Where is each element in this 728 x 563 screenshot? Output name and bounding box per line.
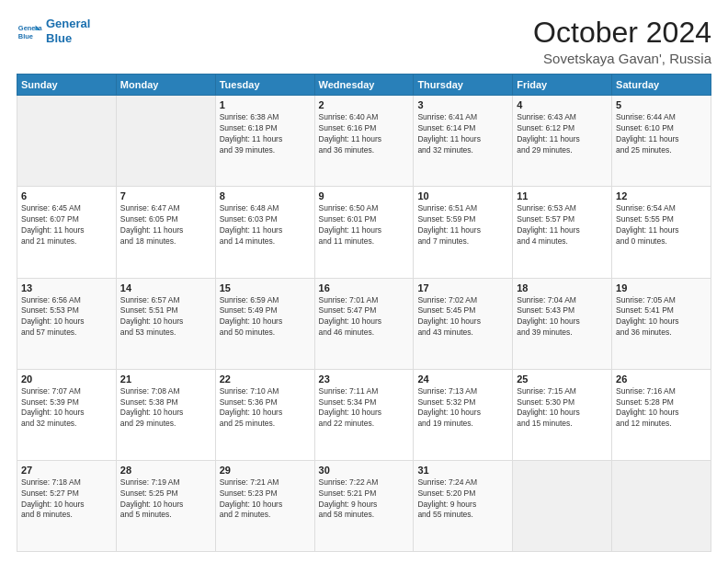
logo-icon: General Blue (17, 18, 42, 44)
day-info: Sunrise: 6:41 AM Sunset: 6:14 PM Dayligh… (417, 112, 508, 156)
table-row: 28Sunrise: 7:19 AM Sunset: 5:25 PM Dayli… (116, 460, 215, 551)
page: General Blue General Blue October 2024 S… (0, 0, 728, 563)
col-friday: Friday (513, 75, 612, 96)
day-info: Sunrise: 7:22 AM Sunset: 5:21 PM Dayligh… (319, 477, 410, 522)
table-row: 12Sunrise: 6:54 AM Sunset: 5:55 PM Dayli… (612, 187, 711, 278)
table-row (513, 460, 612, 551)
header: General Blue General Blue October 2024 S… (17, 17, 711, 66)
table-row: 24Sunrise: 7:13 AM Sunset: 5:32 PM Dayli… (414, 369, 513, 460)
col-monday: Monday (116, 75, 215, 96)
table-row (17, 96, 117, 187)
day-info: Sunrise: 7:21 AM Sunset: 5:23 PM Dayligh… (220, 477, 311, 522)
table-row: 17Sunrise: 7:02 AM Sunset: 5:45 PM Dayli… (414, 278, 513, 369)
day-number: 18 (517, 282, 608, 293)
day-number: 8 (220, 190, 311, 201)
table-row: 2Sunrise: 6:40 AM Sunset: 6:16 PM Daylig… (314, 96, 414, 187)
table-row: 26Sunrise: 7:16 AM Sunset: 5:28 PM Dayli… (612, 369, 711, 460)
svg-text:General: General (18, 24, 42, 32)
day-info: Sunrise: 7:02 AM Sunset: 5:45 PM Dayligh… (417, 295, 508, 339)
table-row: 27Sunrise: 7:18 AM Sunset: 5:27 PM Dayli… (17, 460, 117, 551)
table-row: 25Sunrise: 7:15 AM Sunset: 5:30 PM Dayli… (513, 369, 612, 460)
table-row: 21Sunrise: 7:08 AM Sunset: 5:38 PM Dayli… (116, 369, 215, 460)
day-number: 9 (319, 190, 410, 201)
day-info: Sunrise: 6:54 AM Sunset: 5:55 PM Dayligh… (616, 203, 707, 247)
calendar-week-row: 6Sunrise: 6:45 AM Sunset: 6:07 PM Daylig… (17, 187, 711, 278)
day-number: 12 (616, 190, 707, 201)
table-row: 11Sunrise: 6:53 AM Sunset: 5:57 PM Dayli… (513, 187, 612, 278)
table-row: 16Sunrise: 7:01 AM Sunset: 5:47 PM Dayli… (314, 278, 414, 369)
table-row: 7Sunrise: 6:47 AM Sunset: 6:05 PM Daylig… (116, 187, 215, 278)
logo-text-line1: General (46, 17, 90, 31)
day-number: 30 (319, 465, 410, 476)
day-info: Sunrise: 6:53 AM Sunset: 5:57 PM Dayligh… (517, 203, 608, 247)
calendar-table: Sunday Monday Tuesday Wednesday Thursday… (17, 74, 711, 552)
table-row (612, 460, 711, 551)
logo: General Blue General Blue (17, 17, 90, 45)
day-number: 1 (220, 99, 311, 110)
day-number: 15 (220, 282, 311, 293)
table-row: 13Sunrise: 6:56 AM Sunset: 5:53 PM Dayli… (17, 278, 117, 369)
day-info: Sunrise: 7:07 AM Sunset: 5:39 PM Dayligh… (21, 386, 112, 431)
day-info: Sunrise: 7:16 AM Sunset: 5:28 PM Dayligh… (616, 386, 707, 431)
col-saturday: Saturday (612, 75, 711, 96)
day-info: Sunrise: 7:08 AM Sunset: 5:38 PM Dayligh… (120, 386, 211, 431)
day-number: 25 (517, 373, 608, 385)
day-info: Sunrise: 6:57 AM Sunset: 5:51 PM Dayligh… (120, 295, 211, 339)
day-info: Sunrise: 6:56 AM Sunset: 5:53 PM Dayligh… (21, 295, 112, 339)
table-row: 31Sunrise: 7:24 AM Sunset: 5:20 PM Dayli… (414, 460, 513, 551)
day-info: Sunrise: 7:11 AM Sunset: 5:34 PM Dayligh… (319, 386, 410, 431)
day-number: 14 (120, 282, 211, 293)
table-row (116, 96, 215, 187)
day-number: 4 (517, 99, 608, 110)
table-row: 23Sunrise: 7:11 AM Sunset: 5:34 PM Dayli… (314, 369, 414, 460)
day-number: 17 (417, 282, 508, 293)
calendar-week-row: 13Sunrise: 6:56 AM Sunset: 5:53 PM Dayli… (17, 278, 711, 369)
day-info: Sunrise: 6:45 AM Sunset: 6:07 PM Dayligh… (21, 203, 112, 247)
day-number: 29 (220, 465, 311, 476)
day-info: Sunrise: 7:24 AM Sunset: 5:20 PM Dayligh… (417, 477, 508, 522)
day-info: Sunrise: 6:38 AM Sunset: 6:18 PM Dayligh… (220, 112, 311, 156)
day-info: Sunrise: 7:10 AM Sunset: 5:36 PM Dayligh… (220, 386, 311, 431)
day-number: 31 (417, 465, 508, 476)
title-block: October 2024 Sovetskaya Gavan', Russia (533, 17, 711, 66)
table-row: 4Sunrise: 6:43 AM Sunset: 6:12 PM Daylig… (513, 96, 612, 187)
day-number: 6 (21, 190, 112, 201)
day-info: Sunrise: 6:51 AM Sunset: 5:59 PM Dayligh… (417, 203, 508, 247)
day-number: 19 (616, 282, 707, 293)
day-info: Sunrise: 7:05 AM Sunset: 5:41 PM Dayligh… (616, 295, 707, 339)
table-row: 9Sunrise: 6:50 AM Sunset: 6:01 PM Daylig… (314, 187, 414, 278)
day-info: Sunrise: 6:44 AM Sunset: 6:10 PM Dayligh… (616, 112, 707, 156)
day-number: 7 (120, 190, 211, 201)
table-row: 10Sunrise: 6:51 AM Sunset: 5:59 PM Dayli… (414, 187, 513, 278)
day-number: 21 (120, 373, 211, 385)
day-info: Sunrise: 7:19 AM Sunset: 5:25 PM Dayligh… (120, 477, 211, 522)
table-row: 3Sunrise: 6:41 AM Sunset: 6:14 PM Daylig… (414, 96, 513, 187)
logo-text-line2: Blue (46, 31, 90, 46)
col-wednesday: Wednesday (314, 75, 414, 96)
day-number: 28 (120, 465, 211, 476)
location-title: Sovetskaya Gavan', Russia (533, 51, 711, 66)
table-row: 19Sunrise: 7:05 AM Sunset: 5:41 PM Dayli… (612, 278, 711, 369)
col-thursday: Thursday (414, 75, 513, 96)
day-number: 24 (417, 373, 508, 385)
table-row: 6Sunrise: 6:45 AM Sunset: 6:07 PM Daylig… (17, 187, 117, 278)
table-row: 20Sunrise: 7:07 AM Sunset: 5:39 PM Dayli… (17, 369, 117, 460)
day-number: 13 (21, 282, 112, 293)
day-number: 16 (319, 282, 410, 293)
table-row: 1Sunrise: 6:38 AM Sunset: 6:18 PM Daylig… (215, 96, 314, 187)
day-number: 5 (616, 99, 707, 110)
day-number: 11 (517, 190, 608, 201)
table-row: 18Sunrise: 7:04 AM Sunset: 5:43 PM Dayli… (513, 278, 612, 369)
calendar-week-row: 27Sunrise: 7:18 AM Sunset: 5:27 PM Dayli… (17, 460, 711, 551)
day-number: 22 (220, 373, 311, 385)
day-number: 20 (21, 373, 112, 385)
day-number: 26 (616, 373, 707, 385)
calendar-week-row: 20Sunrise: 7:07 AM Sunset: 5:39 PM Dayli… (17, 369, 711, 460)
day-info: Sunrise: 6:47 AM Sunset: 6:05 PM Dayligh… (120, 203, 211, 247)
table-row: 8Sunrise: 6:48 AM Sunset: 6:03 PM Daylig… (215, 187, 314, 278)
day-number: 27 (21, 465, 112, 476)
day-info: Sunrise: 6:43 AM Sunset: 6:12 PM Dayligh… (517, 112, 608, 156)
day-info: Sunrise: 7:04 AM Sunset: 5:43 PM Dayligh… (517, 295, 608, 339)
day-info: Sunrise: 6:50 AM Sunset: 6:01 PM Dayligh… (319, 203, 410, 247)
day-info: Sunrise: 7:01 AM Sunset: 5:47 PM Dayligh… (319, 295, 410, 339)
